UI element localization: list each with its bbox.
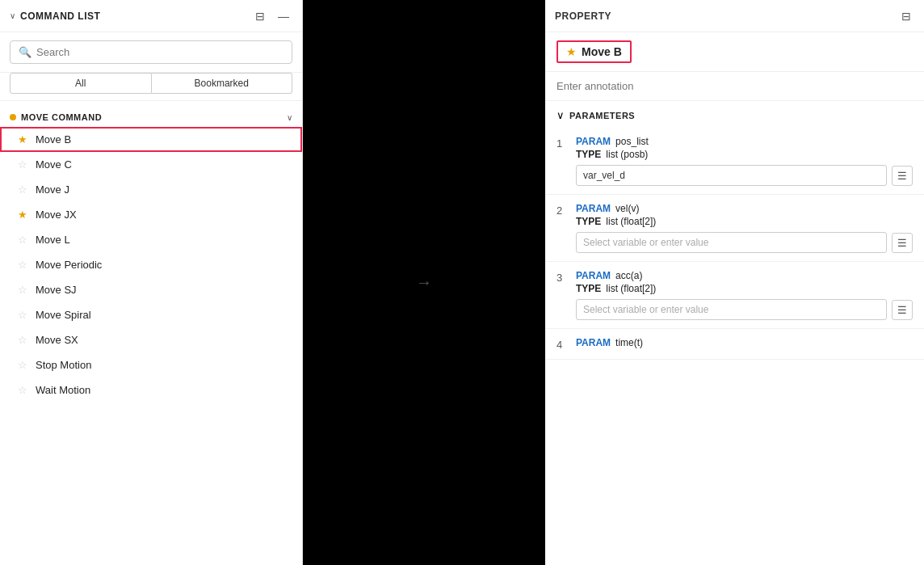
star-empty-icon: ☆ [18, 183, 29, 196]
command-item-wait-motion[interactable]: ☆ Wait Motion [0, 377, 302, 403]
search-input[interactable] [36, 46, 284, 58]
param-name-row: PARAM vel(v) [576, 203, 913, 214]
chevron-down-icon[interactable]: ∨ [10, 11, 15, 20]
property-title: PROPERTY [555, 11, 611, 22]
command-label: Stop Motion [36, 359, 91, 371]
param-name: acc(a) [615, 270, 642, 281]
book-icon-button[interactable]: ⊟ [252, 8, 268, 24]
type-value: list (float[2]) [606, 216, 656, 227]
property-book-button[interactable]: ⊟ [898, 8, 914, 24]
param-input-2[interactable] [576, 232, 887, 253]
command-label: Move L [36, 234, 70, 246]
param-input-row: ☰ [576, 232, 913, 253]
param-details: PARAM acc(a) TYPE list (float[2]) ☰ [576, 270, 913, 320]
param-input-1[interactable] [576, 165, 887, 186]
param-number: 3 [556, 270, 568, 284]
command-label: Move Periodic [36, 259, 102, 271]
params-header: ∨ PARAMETERS [545, 101, 924, 128]
header-icons: ⊟ — [252, 8, 292, 24]
center-panel: → [303, 0, 545, 565]
command-item-move-l[interactable]: ☆ Move L [0, 227, 302, 252]
category-label: MOVE COMMAND [21, 112, 102, 122]
command-label: Move JX [36, 209, 77, 221]
command-item-move-periodic[interactable]: ☆ Move Periodic [0, 252, 302, 277]
command-item-move-b[interactable]: ★ Move B [0, 127, 302, 152]
selected-command-name: ★ Move B [556, 40, 632, 63]
param-row-2: 2 PARAM vel(v) TYPE list (float[2]) ☰ [545, 195, 924, 262]
param-row-1: 1 PARAM pos_list TYPE list (posb) ☰ [545, 128, 924, 195]
param-name: time(t) [615, 337, 643, 348]
star-empty-icon: ☆ [18, 359, 29, 371]
command-item-move-sj[interactable]: ☆ Move SJ [0, 277, 302, 302]
param-keyword: PARAM [576, 203, 611, 214]
params-chevron-icon: ∨ [556, 109, 565, 121]
filter-tabs: All Bookmarked [0, 73, 302, 101]
category-dot [10, 114, 16, 120]
param-details: PARAM time(t) [576, 337, 913, 350]
star-empty-icon: ☆ [18, 234, 29, 246]
command-label: Move C [36, 158, 72, 171]
type-value: list (posb) [606, 149, 648, 160]
tab-bookmarked[interactable]: Bookmarked [152, 73, 293, 94]
param-keyword: PARAM [576, 270, 611, 281]
param-input-row: ☰ [576, 299, 913, 320]
search-icon: 🔍 [19, 46, 32, 58]
type-keyword: TYPE [576, 149, 601, 160]
command-item-move-sx[interactable]: ☆ Move SX [0, 327, 302, 352]
param-name: vel(v) [615, 203, 639, 214]
command-item-move-j[interactable]: ☆ Move J [0, 177, 302, 202]
command-label: Move B [36, 133, 71, 145]
param-keyword: PARAM [576, 136, 611, 147]
param-details: PARAM vel(v) TYPE list (float[2]) ☰ [576, 203, 913, 253]
type-row: TYPE list (float[2]) [576, 216, 913, 227]
selected-command-row: ★ Move B [545, 32, 924, 72]
command-label: Move SX [36, 334, 78, 346]
param-row-4: 4 PARAM time(t) [545, 329, 924, 360]
type-row: TYPE list (posb) [576, 149, 913, 160]
param-input-3[interactable] [576, 299, 887, 320]
params-label: PARAMETERS [569, 111, 635, 120]
star-empty-icon: ☆ [18, 309, 29, 321]
annotation-input[interactable] [556, 80, 913, 92]
tab-all[interactable]: All [10, 73, 152, 94]
param-row-3: 3 PARAM acc(a) TYPE list (float[2]) ☰ [545, 262, 924, 329]
star-empty-icon: ☆ [18, 158, 29, 171]
command-label: Move SJ [36, 284, 77, 296]
command-label: Move Spiral [36, 309, 91, 321]
property-header: PROPERTY ⊟ [545, 0, 924, 32]
command-item-stop-motion[interactable]: ☆ Stop Motion [0, 352, 302, 377]
star-filled-icon: ★ [18, 133, 29, 145]
type-keyword: TYPE [576, 216, 601, 227]
command-label: Move J [36, 183, 69, 196]
minimize-button[interactable]: — [275, 8, 292, 24]
type-value: list (float[2]) [606, 283, 656, 294]
search-container: 🔍 [0, 32, 302, 73]
command-list: MOVE COMMAND ∨ ★ Move B ☆ Move C ☆ Move … [0, 101, 302, 565]
list-button-3[interactable]: ☰ [892, 300, 913, 320]
category-title-row: MOVE COMMAND [10, 112, 102, 122]
panel-header: ∨ COMMAND LIST ⊟ — [0, 0, 302, 32]
command-item-move-spiral[interactable]: ☆ Move Spiral [0, 302, 302, 327]
param-number: 4 [556, 337, 568, 351]
param-number: 2 [556, 203, 568, 217]
star-empty-icon: ☆ [18, 284, 29, 296]
command-item-move-c[interactable]: ☆ Move C [0, 152, 302, 177]
type-keyword: TYPE [576, 283, 601, 294]
panel-title: COMMAND LIST [20, 11, 100, 22]
category-chevron-icon: ∨ [287, 113, 292, 122]
right-panel: PROPERTY ⊟ ★ Move B ∨ PARAMETERS 1 PARAM… [545, 0, 924, 565]
command-label: Wait Motion [36, 384, 90, 396]
param-keyword: PARAM [576, 337, 611, 348]
panel-title-row: ∨ COMMAND LIST [10, 11, 100, 22]
param-number: 1 [556, 136, 568, 150]
category-header[interactable]: MOVE COMMAND ∨ [0, 108, 302, 127]
star-empty-icon: ☆ [18, 259, 29, 271]
list-button-2[interactable]: ☰ [892, 233, 913, 253]
selected-star-icon: ★ [566, 45, 577, 58]
param-name: pos_list [615, 136, 649, 147]
command-item-move-jx[interactable]: ★ Move JX [0, 202, 302, 227]
left-panel: ∨ COMMAND LIST ⊟ — 🔍 All Bookmarked MOVE… [0, 0, 303, 565]
star-filled-icon: ★ [18, 209, 29, 221]
param-details: PARAM pos_list TYPE list (posb) ☰ [576, 136, 913, 186]
list-button-1[interactable]: ☰ [892, 166, 913, 186]
